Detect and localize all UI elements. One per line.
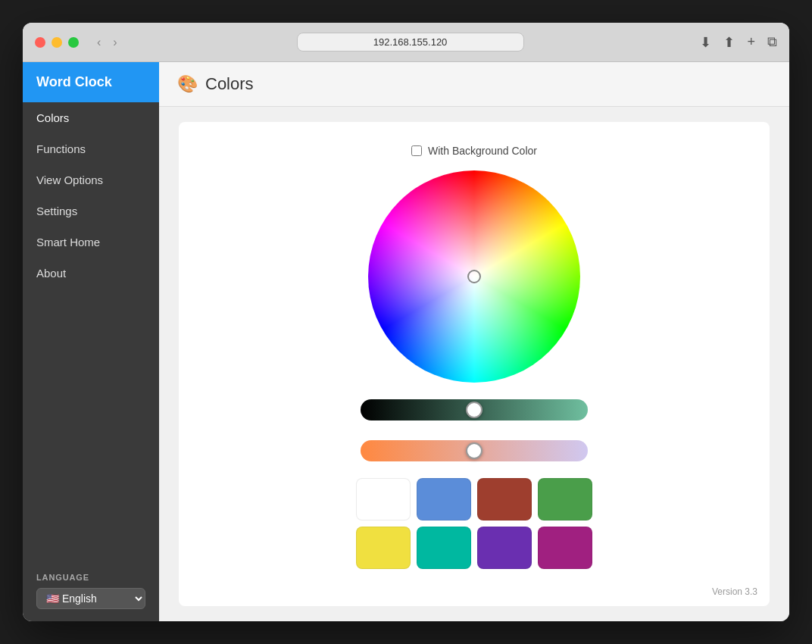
swatch-blue[interactable]: [417, 478, 471, 521]
sidebar-item-settings[interactable]: Settings: [23, 195, 159, 227]
wheel-cursor[interactable]: [467, 270, 481, 283]
content-area: 🎨 Colors With Background Color: [159, 62, 789, 621]
color-wheel[interactable]: [368, 170, 580, 383]
language-select[interactable]: 🇺🇸 English 🇩🇪 Deutsch 🇫🇷 Français 🇪🇸 Esp…: [36, 588, 145, 609]
swatch-yellow[interactable]: [356, 527, 411, 569]
brightness-slider-row: [361, 399, 588, 420]
back-button[interactable]: ‹: [94, 34, 104, 51]
swatches-grid: [356, 478, 592, 569]
sidebar-item-functions[interactable]: Functions: [23, 133, 159, 164]
content-header: 🎨 Colors: [159, 62, 789, 107]
saturation-slider[interactable]: [361, 440, 588, 461]
sidebar-nav: Colors Functions View Options Settings S…: [23, 102, 159, 561]
sidebar-item-colors[interactable]: Colors: [23, 102, 159, 133]
swatch-magenta[interactable]: [538, 527, 592, 569]
fullscreen-button[interactable]: [68, 37, 79, 48]
sidebar-item-view-options[interactable]: View Options: [23, 164, 159, 195]
browser-window: ‹ › ⬇ ⬆ + ⧉ Word Clock Colors Functions …: [23, 23, 789, 621]
saturation-slider-row: [361, 440, 588, 461]
color-wheel-container[interactable]: [368, 170, 580, 383]
swatch-white[interactable]: [356, 478, 411, 521]
forward-button[interactable]: ›: [110, 34, 120, 51]
new-tab-button[interactable]: +: [747, 34, 755, 50]
bg-color-row: With Background Color: [411, 145, 537, 157]
content-body: With Background Color: [159, 107, 789, 621]
page-title: Colors: [205, 74, 254, 94]
traffic-lights: [35, 37, 79, 48]
language-label: LANGUAGE: [36, 573, 145, 582]
swatch-purple[interactable]: [477, 527, 532, 569]
bg-color-label: With Background Color: [428, 145, 537, 157]
url-input[interactable]: [297, 33, 524, 52]
colors-panel: With Background Color: [179, 122, 770, 606]
language-section: LANGUAGE 🇺🇸 English 🇩🇪 Deutsch 🇫🇷 França…: [23, 561, 159, 621]
sidebar-title: Word Clock: [23, 62, 159, 102]
bg-color-checkbox[interactable]: [411, 145, 422, 156]
palette-icon: 🎨: [177, 74, 198, 94]
url-bar: [130, 33, 692, 52]
title-bar: ‹ › ⬇ ⬆ + ⧉: [23, 23, 789, 62]
swatch-green[interactable]: [538, 478, 592, 521]
swatch-teal[interactable]: [417, 527, 471, 569]
main-content: Word Clock Colors Functions View Options…: [23, 62, 789, 621]
brightness-slider[interactable]: [361, 399, 588, 420]
sidebar-item-smart-home[interactable]: Smart Home: [23, 227, 159, 258]
sidebar-item-about[interactable]: About: [23, 258, 159, 289]
minimize-button[interactable]: [52, 37, 62, 48]
share-button[interactable]: ⬆: [723, 34, 735, 51]
browser-actions: ⬇ ⬆ + ⧉: [700, 34, 777, 51]
tab-overview-button[interactable]: ⧉: [767, 34, 777, 50]
close-button[interactable]: [35, 37, 45, 48]
nav-buttons: ‹ ›: [94, 34, 120, 51]
sidebar: Word Clock Colors Functions View Options…: [23, 62, 159, 621]
version-text: Version 3.3: [712, 586, 757, 597]
download-button[interactable]: ⬇: [700, 34, 711, 51]
swatch-brown[interactable]: [477, 478, 532, 521]
